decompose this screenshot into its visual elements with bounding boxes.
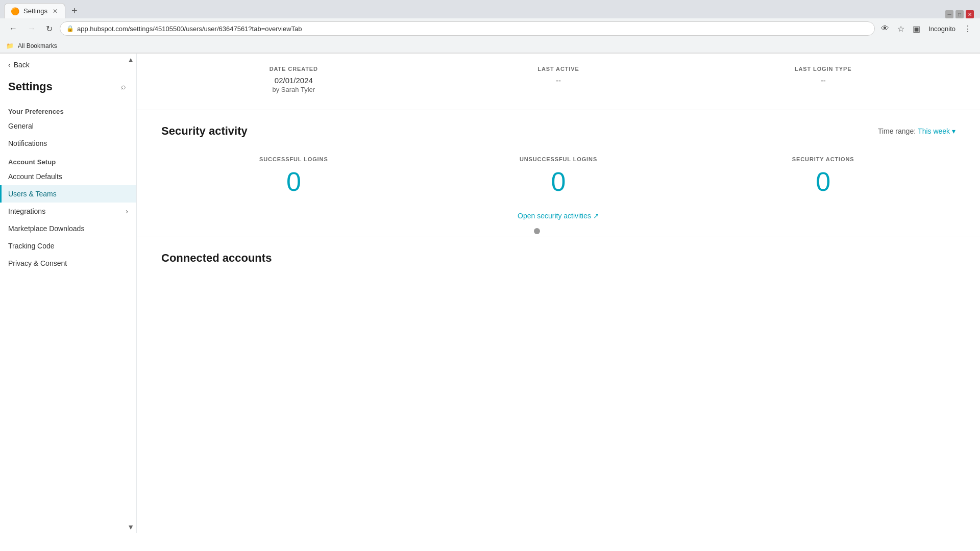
stat-card-unsuccessful-logins: UNSUCCESSFUL LOGINS 0 xyxy=(426,156,691,195)
app-layout: ▲ ‹ Back Settings ⌕ Your Preferences Gen… xyxy=(0,54,980,533)
sidebar-item-general-label: General xyxy=(8,122,34,130)
sidebar-item-tracking-code-label: Tracking Code xyxy=(8,242,55,250)
time-range-value: This week xyxy=(918,127,950,135)
back-arrow-icon: ‹ xyxy=(8,61,11,69)
chevron-down-icon: › xyxy=(126,207,128,215)
sidebar-header: Settings ⌕ xyxy=(0,76,136,102)
nav-actions: 👁 ☆ ▣ Incognito ⋮ xyxy=(879,22,974,36)
nav-bar: ← → ↻ 🔒 app.hubspot.com/settings/4510550… xyxy=(0,18,980,39)
time-range-label: Time range: xyxy=(878,127,916,135)
open-security-activities-text: Open security activities xyxy=(518,212,591,220)
sidebar-item-account-defaults-label: Account Defaults xyxy=(8,172,62,181)
active-tab[interactable]: 🟠 Settings ✕ xyxy=(4,3,65,18)
tab-bar: 🟠 Settings ✕ + ─ □ ✕ xyxy=(0,0,980,18)
address-bar[interactable]: 🔒 app.hubspot.com/settings/45105500/user… xyxy=(60,21,875,36)
back-button[interactable]: ← xyxy=(6,22,20,35)
info-cards-section: DATE CREATED 02/01/2024 by Sarah Tyler L… xyxy=(137,54,980,110)
sidebar-item-tracking-code[interactable]: Tracking Code xyxy=(0,237,136,255)
forward-button[interactable]: → xyxy=(24,22,39,35)
back-label: Back xyxy=(14,61,30,69)
successful-logins-value: 0 xyxy=(161,168,426,195)
last-login-type-label: LAST LOGIN TYPE xyxy=(691,66,955,72)
browser-chrome: 🟠 Settings ✕ + ─ □ ✕ ← → ↻ 🔒 app.hubspot… xyxy=(0,0,980,54)
tab-favicon: 🟠 xyxy=(11,7,19,15)
sidebar-title: Settings xyxy=(8,80,53,93)
new-tab-button[interactable]: + xyxy=(67,3,82,18)
url-text: app.hubspot.com/settings/45105500/users/… xyxy=(77,25,302,33)
menu-button[interactable]: ⋮ xyxy=(962,22,974,36)
security-actions-value: 0 xyxy=(691,168,955,195)
unsuccessful-logins-label: UNSUCCESSFUL LOGINS xyxy=(426,156,691,162)
open-security-activities-link[interactable]: Open security activities ↗ xyxy=(518,212,599,220)
date-created-sub: by Sarah Tyler xyxy=(161,86,426,93)
tab-close-button[interactable]: ✕ xyxy=(52,7,59,16)
last-active-value: -- xyxy=(426,76,691,85)
sidebar: ▲ ‹ Back Settings ⌕ Your Preferences Gen… xyxy=(0,54,137,533)
time-range-dropdown[interactable]: This week ▾ xyxy=(918,127,955,135)
sidebar-item-privacy-consent-label: Privacy & Consent xyxy=(8,259,67,267)
close-button[interactable]: ✕ xyxy=(966,10,974,18)
info-cards: DATE CREATED 02/01/2024 by Sarah Tyler L… xyxy=(161,66,955,93)
incognito-icon: Incognito xyxy=(926,23,958,35)
main-content: DATE CREATED 02/01/2024 by Sarah Tyler L… xyxy=(137,54,980,533)
connected-accounts-title: Connected accounts xyxy=(161,252,955,265)
bookmarks-label[interactable]: All Bookmarks xyxy=(18,42,57,49)
bookmark-icon[interactable]: ☆ xyxy=(895,22,906,36)
security-activity-header: Security activity Time range: This week … xyxy=(161,124,955,138)
last-login-type-value: -- xyxy=(691,76,955,85)
info-card-last-login-type: LAST LOGIN TYPE -- xyxy=(691,66,955,93)
tab-title: Settings xyxy=(23,7,47,15)
maximize-button[interactable]: □ xyxy=(955,10,964,18)
sidebar-item-users-teams[interactable]: Users & Teams xyxy=(0,185,136,203)
sidebar-item-notifications[interactable]: Notifications xyxy=(0,135,136,152)
sidebar-scroll-down-button[interactable]: ▼ xyxy=(127,523,134,531)
section-label-account-setup: Account Setup xyxy=(0,152,136,168)
lock-icon: 🔒 xyxy=(66,25,74,32)
time-range-control: Time range: This week ▾ xyxy=(878,127,955,135)
stat-card-successful-logins: SUCCESSFUL LOGINS 0 xyxy=(161,156,426,195)
reload-button[interactable]: ↻ xyxy=(43,22,56,36)
sidebar-item-privacy-consent[interactable]: Privacy & Consent xyxy=(0,255,136,272)
sidebar-item-integrations[interactable]: Integrations › xyxy=(0,203,136,220)
date-created-value: 02/01/2024 xyxy=(161,76,426,85)
security-stats-row: SUCCESSFUL LOGINS 0 UNSUCCESSFUL LOGINS … xyxy=(161,156,955,195)
info-card-date-created: DATE CREATED 02/01/2024 by Sarah Tyler xyxy=(161,66,426,93)
sidebar-item-users-teams-label: Users & Teams xyxy=(8,190,57,198)
eye-slash-icon[interactable]: 👁 xyxy=(879,22,891,35)
date-created-label: DATE CREATED xyxy=(161,66,426,72)
sidebar-item-notifications-label: Notifications xyxy=(8,139,47,147)
unsuccessful-logins-value: 0 xyxy=(426,168,691,195)
last-active-label: LAST ACTIVE xyxy=(426,66,691,72)
security-activity-section: Security activity Time range: This week … xyxy=(137,110,980,237)
open-security-activities-container: Open security activities ↗ xyxy=(161,211,955,220)
sidebar-item-marketplace-downloads-label: Marketplace Downloads xyxy=(8,224,84,233)
sidebar-item-marketplace-downloads[interactable]: Marketplace Downloads xyxy=(0,220,136,237)
info-card-last-active: LAST ACTIVE -- xyxy=(426,66,691,93)
connected-accounts-section: Connected accounts xyxy=(137,237,980,281)
bookmarks-bar: 📁 All Bookmarks xyxy=(0,39,980,53)
minimize-button[interactable]: ─ xyxy=(945,10,953,18)
stat-card-security-actions: SECURITY ACTIONS 0 xyxy=(691,156,955,195)
sidebar-toggle-button[interactable]: ▣ xyxy=(911,22,922,36)
back-navigation-button[interactable]: ‹ Back xyxy=(0,54,136,76)
security-actions-label: SECURITY ACTIONS xyxy=(691,156,955,162)
security-activity-title: Security activity xyxy=(161,124,248,138)
sidebar-item-integrations-label: Integrations xyxy=(8,207,45,215)
sidebar-search-button[interactable]: ⌕ xyxy=(119,80,128,93)
sidebar-item-general[interactable]: General xyxy=(0,117,136,135)
sidebar-scroll-up-button[interactable]: ▲ xyxy=(127,56,134,64)
bookmarks-folder-icon: 📁 xyxy=(6,42,14,49)
search-icon: ⌕ xyxy=(121,82,126,91)
time-range-chevron-icon: ▾ xyxy=(952,127,955,135)
successful-logins-label: SUCCESSFUL LOGINS xyxy=(161,156,426,162)
section-label-your-preferences: Your Preferences xyxy=(0,102,136,117)
external-link-icon: ↗ xyxy=(593,212,599,220)
sidebar-item-account-defaults[interactable]: Account Defaults xyxy=(0,168,136,185)
